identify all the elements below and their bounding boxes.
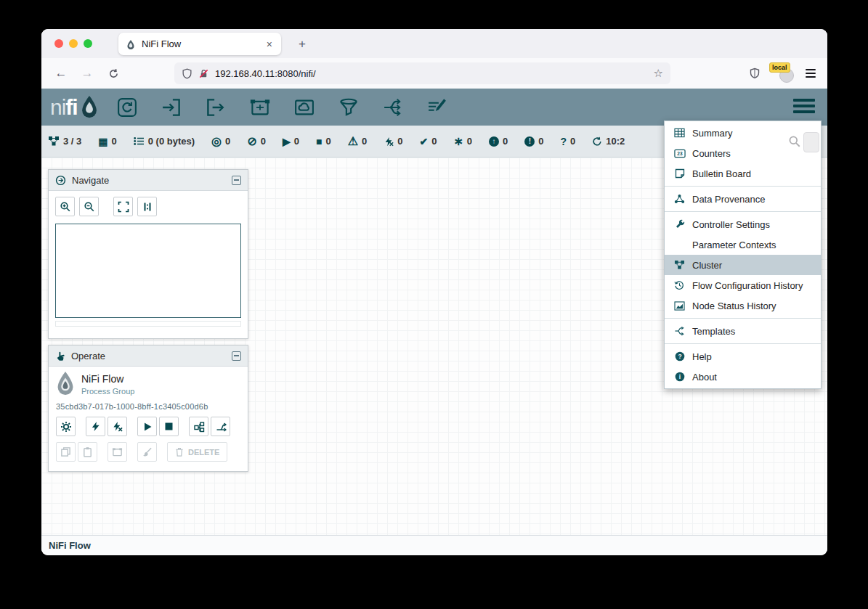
menu-item-cluster[interactable]: Cluster	[665, 255, 821, 275]
process-group-icon[interactable]	[248, 96, 272, 119]
cluster-status: 3 / 3	[48, 136, 81, 147]
insecure-lock-icon[interactable]	[198, 68, 209, 79]
svg-text:?: ?	[678, 353, 681, 360]
breadcrumb[interactable]: NiFi Flow	[49, 540, 91, 551]
color-button[interactable]	[137, 442, 157, 462]
stop-button[interactable]	[159, 417, 179, 436]
url-bar[interactable]: 192.168.40.11:8080/nifi/ ☆	[174, 62, 670, 84]
not-transmitting-icon: ⊘	[247, 136, 256, 147]
locally-modified-asterisk-icon: ∗	[453, 136, 463, 147]
window-controls	[41, 39, 98, 48]
bookmark-star-icon[interactable]: ☆	[654, 67, 663, 80]
tab-close-icon[interactable]: ×	[265, 38, 274, 50]
selection-name: NiFi Flow	[81, 373, 134, 385]
back-icon[interactable]: ←	[50, 62, 72, 84]
last-refresh[interactable]: 10:2	[592, 136, 625, 147]
running-play-icon: ▶	[283, 136, 291, 147]
start-button[interactable]	[137, 417, 157, 436]
search-icon[interactable]	[788, 135, 801, 148]
input-port-icon[interactable]	[159, 96, 184, 119]
cluster-icon	[673, 259, 686, 271]
processor-icon[interactable]	[115, 96, 139, 119]
create-template-button[interactable]	[189, 417, 208, 436]
browser-window: NiFi Flow × + ← → 192.168.40.11	[41, 29, 827, 555]
zoom-fit-button[interactable]	[113, 197, 133, 216]
active-threads-status: ▦ 0	[98, 136, 116, 147]
delete-button[interactable]: DELETE	[167, 442, 227, 462]
zoom-actual-size-button[interactable]	[137, 197, 157, 216]
close-window-button[interactable]	[54, 39, 63, 48]
template-icon	[673, 325, 686, 337]
menu-item-node-status-history[interactable]: Node Status History	[665, 295, 821, 316]
group-button[interactable]	[108, 442, 127, 462]
reload-icon[interactable]	[102, 62, 124, 84]
nifi-global-menu-icon[interactable]	[793, 99, 815, 113]
parameter-contexts-blank-icon	[673, 239, 686, 250]
running-status: ▶ 0	[283, 136, 299, 147]
operate-collapse-button[interactable]	[232, 351, 241, 361]
navigate-collapse-button[interactable]	[232, 176, 241, 185]
profile-button[interactable]: local	[769, 64, 794, 83]
upload-template-button[interactable]	[211, 417, 230, 436]
browser-menu-icon[interactable]	[803, 66, 819, 81]
nifi-logo-ni: ni	[50, 95, 65, 120]
operate-actions-row-2: DELETE	[56, 442, 240, 462]
disable-button[interactable]	[108, 417, 127, 436]
template-icon[interactable]	[381, 96, 405, 119]
tracking-protection-shield-icon[interactable]	[182, 68, 192, 79]
locally-modified-stale-status: ! 0	[524, 136, 543, 147]
enable-button[interactable]	[86, 417, 105, 436]
modified-stale-exclamation-icon: !	[524, 136, 535, 147]
trash-icon	[175, 447, 184, 457]
account-shield-icon[interactable]	[749, 68, 760, 79]
zoom-in-button[interactable]	[55, 197, 75, 216]
minimize-window-button[interactable]	[69, 39, 78, 48]
navigate-toolbar	[49, 191, 248, 219]
refresh-icon[interactable]	[592, 136, 602, 147]
search-field-edge[interactable]	[803, 132, 819, 152]
new-tab-button[interactable]: +	[293, 35, 312, 54]
remote-process-group-icon[interactable]	[292, 96, 317, 119]
menu-item-data-provenance[interactable]: Data Provenance	[665, 189, 821, 209]
menu-item-help[interactable]: ? Help	[665, 346, 821, 367]
navigate-panel: Navigate	[48, 169, 248, 339]
url-text[interactable]: 192.168.40.11:8080/nifi/	[215, 68, 648, 79]
browser-nav-bar: ← → 192.168.40.11:8080/nifi/ ☆	[41, 58, 827, 89]
locally-modified-status: ∗ 0	[453, 136, 472, 147]
invalid-status: ⚠ 0	[348, 136, 368, 147]
menu-item-bulletin-board[interactable]: Bulletin Board	[665, 163, 821, 184]
maximize-window-button[interactable]	[84, 39, 92, 48]
breadcrumb-bar: NiFi Flow	[41, 535, 827, 555]
zoom-out-button[interactable]	[79, 197, 99, 216]
menu-item-about[interactable]: i About	[665, 367, 821, 387]
transmitting-status: ◎ 0	[211, 136, 230, 147]
svg-text:i: i	[678, 373, 680, 380]
tab-favicon-nifi-drop-icon	[126, 39, 136, 49]
menu-divider	[665, 318, 821, 319]
menu-item-controller-settings[interactable]: Controller Settings	[665, 214, 821, 234]
operate-actions-row-1	[56, 417, 240, 436]
browser-tab[interactable]: NiFi Flow ×	[118, 33, 281, 55]
menu-divider	[665, 186, 821, 187]
forward-icon[interactable]: →	[76, 62, 98, 84]
provenance-icon	[673, 193, 686, 205]
history-icon	[673, 279, 686, 291]
profile-badge: local	[769, 62, 790, 73]
birdseye-minimap[interactable]	[55, 224, 241, 318]
up-to-date-status: ✔ 0	[419, 136, 437, 147]
invalid-warning-icon: ⚠	[348, 136, 358, 147]
output-port-icon[interactable]	[203, 96, 228, 119]
paste-button[interactable]	[78, 442, 97, 462]
label-icon[interactable]	[425, 96, 450, 119]
menu-item-parameter-contexts[interactable]: Parameter Contexts	[665, 234, 821, 255]
menu-item-templates[interactable]: Templates	[665, 321, 821, 341]
connected-nodes-icon	[48, 136, 60, 147]
menu-item-flow-configuration-history[interactable]: Flow Configuration History	[665, 275, 821, 295]
screenshot-stage: NiFi Flow × + ← → 192.168.40.11	[0, 0, 868, 609]
nav-buttons: ← →	[50, 62, 124, 84]
disabled-bolt-icon	[384, 136, 394, 147]
copy-button[interactable]	[56, 442, 76, 462]
delete-button-label: DELETE	[188, 448, 219, 457]
funnel-icon[interactable]	[336, 96, 361, 119]
configure-button[interactable]	[56, 417, 76, 436]
